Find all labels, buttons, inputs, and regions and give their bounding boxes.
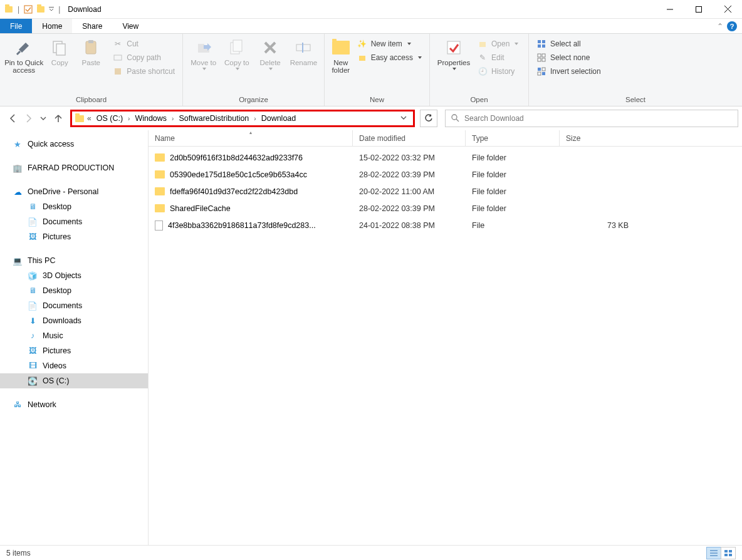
file-icon bbox=[155, 220, 163, 231]
svg-rect-10 bbox=[88, 40, 93, 43]
qat-checkbox-icon[interactable] bbox=[23, 4, 33, 14]
close-button[interactable] bbox=[713, 0, 742, 19]
status-bar: 5 items bbox=[0, 545, 742, 560]
column-name[interactable]: Name▴ bbox=[149, 130, 353, 146]
history-button[interactable]: 🕘 History bbox=[474, 65, 522, 78]
column-type[interactable]: Type bbox=[466, 130, 560, 146]
copy-path-button[interactable]: Copy path bbox=[109, 51, 179, 64]
desktop-icon: 🖥 bbox=[28, 286, 38, 296]
sidebar-od-desktop[interactable]: 🖥Desktop bbox=[0, 199, 148, 214]
copy-icon bbox=[50, 38, 70, 58]
address-bar[interactable]: « OS (C:) › Windows › SoftwareDistributi… bbox=[70, 110, 415, 127]
invert-selection-button[interactable]: Invert selection bbox=[533, 65, 605, 78]
chevron-right-icon[interactable]: › bbox=[127, 115, 131, 122]
search-input[interactable]: Search Download bbox=[445, 110, 738, 127]
breadcrumb-os[interactable]: OS (C:) bbox=[94, 114, 125, 123]
properties-button[interactable]: Properties bbox=[434, 36, 474, 70]
breadcrumb-softwaredistribution[interactable]: SoftwareDistribution bbox=[176, 114, 251, 123]
copy-button[interactable]: Copy bbox=[44, 36, 75, 66]
sidebar-documents[interactable]: 📄Documents bbox=[0, 298, 148, 313]
refresh-button[interactable] bbox=[420, 110, 437, 127]
column-date[interactable]: Date modified bbox=[353, 130, 466, 146]
select-all-button[interactable]: Select all bbox=[533, 38, 605, 50]
copy-to-button[interactable]: Copy to bbox=[220, 36, 253, 70]
forward-button[interactable] bbox=[21, 111, 35, 125]
easy-access-icon bbox=[357, 53, 367, 63]
sidebar-network[interactable]: 🖧Network bbox=[0, 397, 148, 412]
open-button[interactable]: Open bbox=[474, 38, 522, 50]
table-row[interactable]: 05390ede175d18e50c1c5ce9b653a4cc 28-02-2… bbox=[149, 166, 742, 183]
download-icon: ⬇ bbox=[28, 316, 38, 326]
tab-file[interactable]: File bbox=[0, 19, 32, 33]
sidebar: ★Quick access 🏢FARRAD PRODUCTION ☁OneDri… bbox=[0, 130, 149, 545]
open-icon bbox=[478, 39, 488, 49]
drive-icon: 💽 bbox=[28, 376, 38, 386]
edit-button[interactable]: ✎ Edit bbox=[474, 51, 522, 64]
minimize-button[interactable] bbox=[656, 0, 684, 19]
easy-access-button[interactable]: Easy access bbox=[353, 51, 426, 64]
svg-rect-28 bbox=[538, 58, 541, 61]
pin-to-quick-access-button[interactable]: Pin to Quick access bbox=[4, 36, 44, 74]
svg-rect-23 bbox=[542, 40, 545, 43]
sidebar-3d-objects[interactable]: 🧊3D Objects bbox=[0, 268, 148, 283]
window-title: Download bbox=[68, 5, 101, 14]
sidebar-onedrive[interactable]: ☁OneDrive - Personal bbox=[0, 184, 148, 199]
paste-shortcut-icon bbox=[113, 66, 123, 76]
folder-icon bbox=[155, 187, 165, 195]
chevron-right-icon[interactable]: › bbox=[170, 115, 175, 122]
sidebar-music[interactable]: ♪Music bbox=[0, 328, 148, 343]
breadcrumb-download[interactable]: Download bbox=[259, 114, 299, 123]
sidebar-downloads[interactable]: ⬇Downloads bbox=[0, 313, 148, 328]
svg-line-6 bbox=[17, 51, 20, 54]
table-row[interactable]: fdeffa96f401d9d37ecd2f22db423dbd 20-02-2… bbox=[149, 183, 742, 200]
delete-button[interactable]: Delete bbox=[254, 36, 287, 70]
table-row[interactable]: SharedFileCache 28-02-2022 03:39 PM File… bbox=[149, 200, 742, 217]
sidebar-this-pc[interactable]: 💻This PC bbox=[0, 253, 148, 268]
sidebar-od-documents[interactable]: 📄Documents bbox=[0, 214, 148, 229]
details-view-button[interactable] bbox=[706, 547, 721, 559]
paste-button[interactable]: Paste bbox=[75, 36, 107, 66]
column-size[interactable]: Size bbox=[560, 130, 635, 146]
address-folder-icon bbox=[75, 113, 85, 123]
sidebar-quick-access[interactable]: ★Quick access bbox=[0, 137, 148, 152]
qat-folder-icon[interactable] bbox=[36, 4, 46, 14]
ribbon: Pin to Quick access Copy Paste ✂ Cut Cop… bbox=[0, 34, 742, 106]
tab-view[interactable]: View bbox=[112, 19, 149, 33]
collapse-ribbon-icon[interactable]: ⌃ bbox=[717, 22, 723, 31]
group-organize-label: Organize bbox=[183, 95, 324, 106]
new-folder-button[interactable]: New folder bbox=[328, 36, 353, 74]
move-to-button[interactable]: Move to bbox=[187, 36, 220, 70]
table-row[interactable]: 4f3e8bba3362b9186811a73fd8fe9cd283... 24… bbox=[149, 217, 742, 234]
back-button[interactable] bbox=[6, 111, 20, 125]
svg-rect-8 bbox=[56, 44, 65, 55]
address-dropdown-icon[interactable] bbox=[397, 114, 410, 123]
table-row[interactable]: 2d0b509f616f31b8d244632ad9233f76 15-02-2… bbox=[149, 149, 742, 166]
up-button[interactable] bbox=[51, 111, 65, 125]
svg-rect-25 bbox=[542, 44, 545, 48]
chevron-right-icon[interactable]: › bbox=[253, 115, 257, 122]
select-none-button[interactable]: Select none bbox=[533, 51, 605, 64]
new-item-button[interactable]: ✨ New item bbox=[353, 38, 426, 50]
paste-shortcut-button[interactable]: Paste shortcut bbox=[109, 65, 179, 78]
pc-icon: 💻 bbox=[13, 256, 23, 266]
sidebar-desktop[interactable]: 🖥Desktop bbox=[0, 283, 148, 298]
sidebar-videos[interactable]: 🎞Videos bbox=[0, 358, 148, 373]
cube-icon: 🧊 bbox=[28, 271, 38, 281]
sidebar-od-pictures[interactable]: 🖼Pictures bbox=[0, 229, 148, 244]
qat-dropdown-icon[interactable] bbox=[48, 4, 55, 14]
rename-icon bbox=[293, 38, 313, 58]
sidebar-pictures[interactable]: 🖼Pictures bbox=[0, 343, 148, 358]
breadcrumb-windows[interactable]: Windows bbox=[132, 114, 169, 123]
recent-locations-button[interactable] bbox=[36, 111, 50, 125]
thumbnails-view-button[interactable] bbox=[721, 547, 736, 559]
cut-button[interactable]: ✂ Cut bbox=[109, 38, 179, 50]
help-icon[interactable]: ? bbox=[727, 21, 737, 31]
maximize-button[interactable] bbox=[684, 0, 713, 19]
tab-share[interactable]: Share bbox=[72, 19, 112, 33]
rename-button[interactable]: Rename bbox=[287, 36, 320, 66]
desktop-icon: 🖥 bbox=[28, 202, 38, 212]
sidebar-os-c[interactable]: 💽OS (C:) bbox=[0, 373, 148, 388]
documents-icon: 📄 bbox=[28, 301, 38, 311]
tab-home[interactable]: Home bbox=[32, 19, 72, 33]
sidebar-farrad[interactable]: 🏢FARRAD PRODUCTION bbox=[0, 160, 148, 175]
